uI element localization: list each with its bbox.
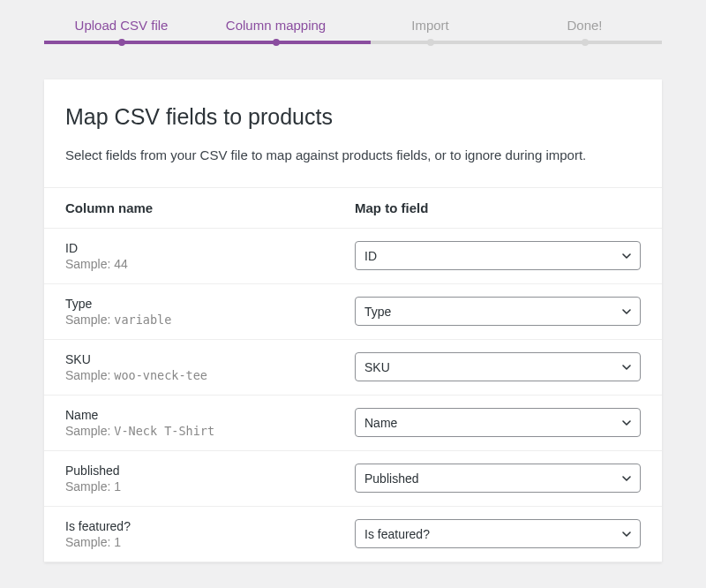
map-to-field-cell: Published [351, 464, 641, 493]
table-row: PublishedSample: 1Published [44, 451, 662, 507]
table-row: SKUSample: woo-vneck-teeSKU [44, 340, 662, 396]
map-to-field-cell: Name [351, 408, 641, 437]
step-column-mapping[interactable]: Column mapping [199, 18, 353, 48]
page-title: Map CSV fields to products [65, 104, 641, 130]
mapping-card: Map CSV fields to products Select fields… [44, 79, 662, 562]
sample-prefix: Sample: [65, 535, 110, 549]
step-dot-icon [582, 39, 589, 46]
step-label: Import [353, 18, 507, 33]
select-value: Published [364, 471, 419, 486]
map-select[interactable]: SKU [355, 352, 641, 381]
column-sample: Sample: 1 [65, 535, 351, 549]
sample-value: variable [114, 313, 171, 327]
select-value: ID [364, 249, 377, 263]
sample-value: 44 [114, 257, 128, 271]
map-to-field-cell: ID [351, 241, 641, 270]
column-sample: Sample: V-Neck T-Shirt [65, 424, 351, 438]
step-label: Column mapping [199, 18, 353, 33]
sample-prefix: Sample: [65, 368, 110, 382]
column-sample: Sample: 1 [65, 479, 351, 494]
step-dot-icon [273, 39, 280, 46]
chevron-down-icon [621, 306, 632, 317]
mapping-rows: IDSample: 44IDTypeSample: variableTypeSK… [44, 229, 662, 562]
map-select[interactable]: Name [355, 408, 641, 437]
column-info: Is featured?Sample: 1 [65, 519, 351, 549]
step-label: Upload CSV file [44, 18, 199, 33]
map-select[interactable]: Published [355, 464, 641, 493]
column-name: Name [65, 408, 351, 422]
map-to-field-cell: SKU [351, 352, 641, 381]
map-to-field-header: Map to field [351, 200, 641, 215]
sample-value: 1 [114, 535, 121, 549]
table-row: TypeSample: variableType [44, 284, 662, 340]
step-done: Done! [507, 18, 662, 48]
column-name: Is featured? [65, 519, 351, 533]
table-row: NameSample: V-Neck T-ShirtName [44, 396, 662, 451]
table-head: Column name Map to field [44, 188, 662, 229]
column-info: NameSample: V-Neck T-Shirt [65, 408, 351, 438]
column-name: Type [65, 297, 351, 311]
table-row: Is featured?Sample: 1Is featured? [44, 507, 662, 562]
sample-prefix: Sample: [65, 479, 110, 494]
sample-value: 1 [114, 479, 121, 494]
column-info: TypeSample: variable [65, 297, 351, 327]
chevron-down-icon [621, 529, 632, 539]
column-info: PublishedSample: 1 [65, 464, 351, 494]
chevron-down-icon [621, 362, 632, 373]
map-select[interactable]: Is featured? [355, 519, 641, 548]
sample-prefix: Sample: [65, 257, 110, 271]
step-label: Done! [507, 18, 662, 33]
step-dot-icon [427, 39, 434, 46]
sample-prefix: Sample: [65, 424, 110, 438]
select-value: Is featured? [364, 527, 430, 541]
map-to-field-cell: Type [351, 297, 641, 326]
column-sample: Sample: 44 [65, 257, 351, 271]
select-value: Type [364, 305, 391, 319]
select-value: SKU [364, 360, 390, 374]
column-name: Published [65, 464, 351, 478]
page-description: Select fields from your CSV file to map … [65, 146, 641, 166]
step-dot-icon [118, 39, 125, 46]
column-info: IDSample: 44 [65, 241, 351, 271]
progress-bar: Upload CSV file Column mapping Import Do… [0, 0, 706, 79]
step-upload[interactable]: Upload CSV file [44, 18, 199, 48]
column-name-header: Column name [65, 200, 351, 215]
sample-value: woo-vneck-tee [114, 368, 207, 382]
column-name: ID [65, 241, 351, 255]
map-to-field-cell: Is featured? [351, 519, 641, 548]
column-name: SKU [65, 352, 351, 366]
card-header: Map CSV fields to products Select fields… [44, 79, 662, 188]
sample-prefix: Sample: [65, 313, 110, 327]
column-sample: Sample: variable [65, 313, 351, 327]
table-row: IDSample: 44ID [44, 229, 662, 284]
column-info: SKUSample: woo-vneck-tee [65, 352, 351, 382]
map-select[interactable]: Type [355, 297, 641, 326]
map-select[interactable]: ID [355, 241, 641, 270]
select-value: Name [364, 416, 397, 430]
step-import: Import [353, 18, 507, 48]
chevron-down-icon [621, 473, 632, 484]
chevron-down-icon [621, 418, 632, 428]
sample-value: V-Neck T-Shirt [114, 424, 214, 438]
chevron-down-icon [621, 251, 632, 261]
column-sample: Sample: woo-vneck-tee [65, 368, 351, 382]
